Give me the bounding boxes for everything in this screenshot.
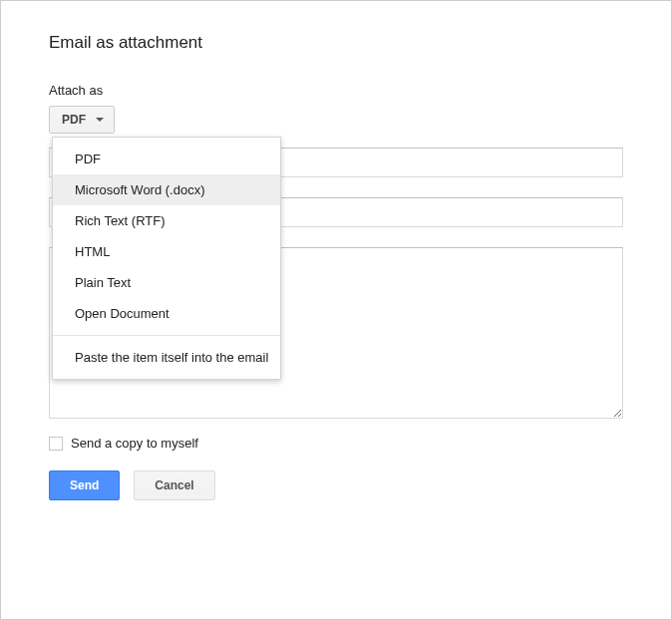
format-dropdown-button[interactable]: PDF — [49, 106, 115, 134]
send-copy-checkbox[interactable] — [49, 437, 63, 451]
dropdown-option-rtf[interactable]: Rich Text (RTF) — [53, 205, 280, 236]
email-attachment-modal: Email as attachment Attach as PDF Send a… — [0, 0, 672, 620]
dropdown-selected-value: PDF — [62, 113, 86, 127]
dropdown-option-pdf[interactable]: PDF — [53, 144, 280, 174]
dropdown-option-html[interactable]: HTML — [53, 236, 280, 267]
dropdown-divider — [53, 335, 280, 336]
modal-title: Email as attachment — [49, 33, 623, 53]
button-row: Send Cancel — [49, 470, 623, 500]
format-dropdown-menu: PDF Microsoft Word (.docx) Rich Text (RT… — [52, 137, 281, 380]
dropdown-option-paste-inline[interactable]: Paste the item itself into the email — [53, 342, 280, 373]
cancel-button[interactable]: Cancel — [134, 470, 214, 500]
send-button[interactable]: Send — [49, 470, 120, 500]
send-copy-label: Send a copy to myself — [71, 436, 198, 451]
dropdown-option-plaintext[interactable]: Plain Text — [53, 267, 280, 298]
dropdown-option-docx[interactable]: Microsoft Word (.docx) — [53, 174, 280, 205]
attach-as-label: Attach as — [49, 83, 623, 98]
dropdown-option-odt[interactable]: Open Document — [53, 298, 280, 329]
caret-down-icon — [96, 118, 104, 122]
send-copy-row: Send a copy to myself — [49, 436, 623, 451]
